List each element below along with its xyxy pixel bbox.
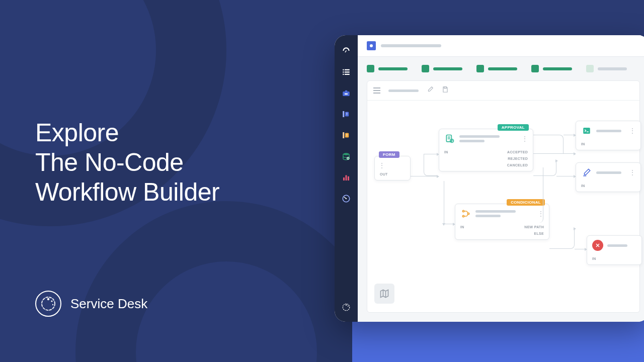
step[interactable]	[476, 65, 517, 72]
svg-point-36	[467, 213, 469, 214]
svg-point-2	[51, 300, 52, 302]
svg-rect-10	[345, 74, 350, 75]
more-icon[interactable]: ⋮	[379, 162, 385, 168]
svg-rect-13	[345, 94, 348, 95]
node-error[interactable]: IN	[587, 235, 642, 265]
more-icon[interactable]: ⋮	[629, 169, 635, 175]
node-approval[interactable]: APPROVAL ⋮ INACCEPTED REJECTED	[439, 129, 533, 171]
connector	[549, 229, 575, 249]
svg-point-3	[52, 304, 53, 305]
brand-name: Service Desk	[70, 296, 147, 312]
tab-skeleton	[388, 89, 419, 92]
headline-line: The No-Code	[35, 148, 219, 177]
port-label: IN	[444, 150, 448, 154]
svg-point-22	[347, 157, 349, 159]
brand-mini-icon[interactable]	[341, 302, 352, 313]
bg-swirl	[75, 201, 377, 362]
checklist-icon	[444, 133, 455, 144]
svg-rect-25	[348, 176, 349, 180]
step[interactable]	[531, 65, 572, 72]
port-label: ELSE	[534, 232, 544, 235]
node-form[interactable]: FORM ⋮ OUT	[374, 156, 411, 180]
gauge-icon[interactable]	[341, 193, 352, 204]
connector	[533, 153, 575, 154]
sidebar: ! !	[335, 35, 358, 322]
svg-rect-6	[345, 69, 350, 70]
svg-point-20	[343, 153, 349, 155]
port-label: IN	[581, 184, 585, 188]
svg-point-29	[346, 304, 347, 305]
step[interactable]	[367, 65, 408, 72]
port-label: IN	[460, 225, 464, 229]
svg-text:!: !	[346, 133, 348, 137]
svg-text:!: !	[346, 112, 348, 116]
branch-icon	[460, 208, 471, 219]
node-script[interactable]: ⋮ IN	[576, 121, 641, 150]
connector	[556, 176, 575, 176]
breadcrumb-skeleton	[381, 44, 441, 47]
svg-rect-5	[343, 69, 344, 70]
priority-blue-icon[interactable]: !	[341, 109, 352, 120]
port-label: NEW PATH	[524, 225, 544, 229]
svg-rect-23	[343, 177, 345, 180]
svg-point-1	[47, 298, 49, 300]
connector	[411, 176, 438, 176]
headline-line: Explore	[35, 118, 219, 148]
connector	[444, 224, 454, 224]
save-icon[interactable]	[442, 86, 449, 95]
more-icon[interactable]: ⋮	[629, 128, 635, 134]
app-window: ! !	[335, 35, 644, 322]
database-icon[interactable]	[341, 151, 352, 162]
svg-point-35	[462, 215, 464, 217]
svg-rect-4	[345, 50, 347, 53]
svg-rect-14	[343, 111, 344, 117]
edit-icon[interactable]	[427, 86, 434, 95]
node-tag: APPROVAL	[498, 124, 529, 131]
node-tag: FORM	[379, 151, 399, 158]
svg-rect-12	[345, 90, 348, 92]
connector	[533, 135, 564, 153]
dashboard-icon[interactable]	[341, 45, 352, 56]
list-icon[interactable]	[341, 66, 352, 77]
headline-line: Workflow Builder	[35, 177, 219, 207]
svg-rect-24	[346, 175, 347, 181]
connector	[575, 249, 586, 249]
connector	[564, 135, 575, 135]
port-label: IN	[592, 257, 596, 260]
chart-icon[interactable]	[341, 172, 352, 183]
connector	[444, 181, 444, 224]
port-label: OUT	[380, 172, 388, 176]
more-icon[interactable]: ⋮	[522, 136, 528, 142]
workflow-canvas: FORM ⋮ OUT APPROVAL	[367, 80, 640, 313]
port-label: CANCELED	[507, 163, 528, 167]
home-icon[interactable]	[367, 41, 376, 50]
main-area: FORM ⋮ OUT APPROVAL	[358, 35, 644, 322]
menu-icon[interactable]	[373, 87, 380, 94]
brand-logo-icon	[35, 291, 61, 317]
svg-point-34	[462, 210, 464, 212]
svg-rect-8	[345, 71, 350, 72]
pencil-icon	[581, 167, 592, 178]
svg-rect-31	[444, 87, 447, 88]
step[interactable]	[586, 65, 627, 72]
priority-orange-icon[interactable]: !	[341, 130, 352, 141]
svg-rect-7	[343, 71, 344, 72]
breadcrumb-bar	[358, 35, 644, 57]
svg-point-27	[346, 198, 347, 199]
port-label: IN	[581, 142, 585, 146]
step[interactable]	[422, 65, 462, 72]
svg-rect-9	[343, 74, 344, 75]
node-edit[interactable]: ⋮ IN	[576, 162, 641, 192]
svg-point-30	[348, 306, 349, 307]
connector	[424, 154, 438, 176]
port-label: REJECTED	[508, 157, 528, 160]
brand: Service Desk	[35, 291, 147, 317]
canvas-toolbar	[367, 81, 639, 101]
svg-rect-17	[343, 132, 344, 138]
headline: Explore The No-Code Workflow Builder	[35, 118, 219, 207]
minimap-button[interactable]	[374, 284, 394, 304]
error-icon	[592, 240, 603, 251]
connector	[424, 154, 438, 154]
step-tracker	[358, 57, 644, 80]
briefcase-icon[interactable]	[341, 87, 352, 99]
